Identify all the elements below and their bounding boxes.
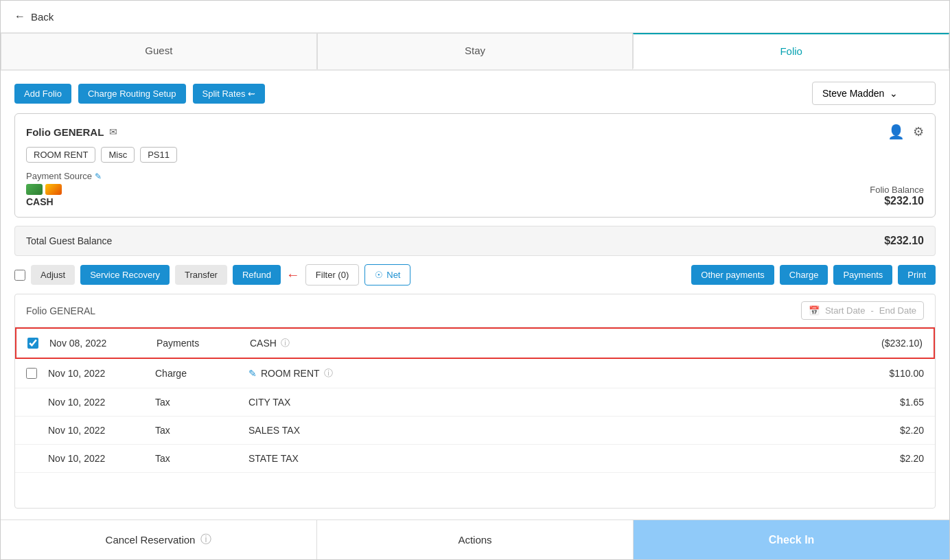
row-desc-2: CITY TAX (248, 397, 858, 408)
info-icon-1: ⓘ (324, 367, 333, 380)
folio-header: Folio GENERAL ✉ 👤 ⚙ (26, 124, 924, 140)
row-amount-1: $110.00 (869, 368, 924, 379)
table-row: Nov 10, 2022 Charge ✎ ROOM RENT ⓘ $110.0… (15, 359, 935, 388)
service-recovery-button[interactable]: Service Recovery (80, 265, 170, 285)
row-desc-4: STATE TAX (248, 453, 858, 464)
edit-icon-1[interactable]: ✎ (248, 368, 257, 379)
folio-table-header: Folio GENERAL 📅 Start Date - End Date (15, 294, 935, 327)
back-arrow-icon: ← (14, 10, 25, 23)
select-all-checkbox[interactable] (14, 270, 25, 281)
transfer-button[interactable]: Transfer (175, 265, 227, 285)
cash-label: CASH (26, 196, 102, 207)
folio-balance-label: Folio Balance (870, 185, 924, 195)
payment-source: Payment Source ✎ CASH (26, 171, 102, 207)
row-amount-4: $2.20 (869, 453, 924, 464)
row-desc-0: CASH ⓘ (250, 337, 857, 349)
row-checkbox-1[interactable] (26, 368, 37, 379)
row-type-1: Charge (155, 368, 238, 379)
edit-icon[interactable]: ✎ (95, 172, 102, 181)
payments-button[interactable]: Payments (833, 265, 892, 285)
add-folio-button[interactable]: Add Folio (14, 84, 71, 104)
date-separator: - (870, 305, 873, 316)
folio-title-row: Folio GENERAL ✉ (26, 126, 117, 138)
info-circle-icon: ⓘ (200, 533, 211, 547)
print-button[interactable]: Print (898, 265, 936, 285)
tab-guest[interactable]: Guest (1, 33, 317, 69)
total-guest-amount: $232.10 (884, 235, 924, 247)
row-date-2: Nov 10, 2022 (48, 397, 144, 408)
row-date-3: Nov 10, 2022 (48, 425, 144, 436)
arrow-red-icon: ← (286, 267, 300, 283)
check-in-button[interactable]: Check In (634, 520, 949, 559)
row-type-4: Tax (155, 453, 238, 464)
tab-folio[interactable]: Folio (633, 33, 949, 69)
bottom-bar: Cancel Reservation ⓘ Actions Check In (1, 520, 949, 559)
actions-button[interactable]: Actions (317, 520, 634, 559)
folio-card: Folio GENERAL ✉ 👤 ⚙ ROOM RENT Misc PS11 … (14, 113, 936, 218)
cancel-reservation-button[interactable]: Cancel Reservation ⓘ (1, 520, 317, 559)
share-icon: ⇜ (248, 89, 255, 99)
other-payments-button[interactable]: Other payments (691, 265, 774, 285)
folio-balance: Folio Balance $232.10 (870, 185, 924, 207)
table-row: Nov 10, 2022 Tax CITY TAX $1.65 (15, 388, 935, 417)
folio-table-title: Folio GENERAL (26, 305, 95, 316)
folio-balance-amount: $232.10 (870, 195, 924, 207)
table-row: Nov 10, 2022 Tax STATE TAX $2.20 (15, 445, 935, 473)
right-actions: Other payments Charge Payments Print (691, 265, 936, 285)
person-icon[interactable]: 👤 (888, 124, 905, 140)
charge-button[interactable]: Charge (780, 265, 829, 285)
charge-routing-button[interactable]: Charge Routing Setup (78, 84, 186, 104)
guest-name: Steve Madden (822, 88, 884, 99)
cash-icon-green (26, 184, 43, 195)
row-amount-2: $1.65 (869, 397, 924, 408)
guest-dropdown[interactable]: Steve Madden ⌄ (812, 82, 936, 105)
chevron-down-icon: ⌄ (890, 88, 898, 99)
table-row: Nov 10, 2022 Tax SALES TAX $2.20 (15, 417, 935, 445)
row-date-4: Nov 10, 2022 (48, 453, 144, 464)
split-rates-button[interactable]: Split Rates ⇜ (193, 84, 266, 104)
total-guest-label: Total Guest Balance (26, 235, 112, 246)
refund-button[interactable]: Refund (233, 265, 281, 285)
row-checkbox-0[interactable] (27, 338, 38, 349)
filter-button[interactable]: Filter (0) (305, 264, 359, 285)
envelope-icon: ✉ (109, 126, 117, 137)
net-button[interactable]: ☉ Net (364, 264, 410, 285)
settings-icon[interactable]: ⚙ (913, 124, 924, 139)
tag-row: ROOM RENT Misc PS11 (26, 147, 924, 163)
row-amount-0: ($232.10) (868, 338, 923, 349)
back-bar: ← Back (1, 1, 949, 33)
cash-icon-gold (45, 184, 62, 195)
row-desc-1: ✎ ROOM RENT ⓘ (248, 367, 858, 380)
tabs-row: Guest Stay Folio (1, 33, 949, 71)
end-date[interactable]: End Date (879, 305, 916, 316)
total-guest-row: Total Guest Balance $232.10 (14, 226, 936, 256)
back-label[interactable]: Back (31, 11, 54, 23)
row-desc-3: SALES TAX (248, 425, 858, 436)
toolbar-row: Add Folio Charge Routing Setup Split Rat… (14, 82, 936, 105)
folio-footer: Payment Source ✎ CASH Folio Balance $232… (26, 171, 924, 207)
date-range[interactable]: 📅 Start Date - End Date (801, 301, 924, 320)
folio-table: Folio GENERAL 📅 Start Date - End Date No… (14, 294, 936, 509)
payment-source-label: Payment Source ✎ (26, 171, 102, 181)
row-type-3: Tax (155, 425, 238, 436)
info-icon-0: ⓘ (281, 337, 290, 349)
start-date[interactable]: Start Date (825, 305, 866, 316)
tab-stay[interactable]: Stay (317, 33, 634, 69)
table-row: Nov 08, 2022 Payments CASH ⓘ ($232.10) (15, 327, 935, 359)
folio-icons: 👤 ⚙ (888, 124, 924, 140)
row-type-0: Payments (157, 338, 239, 349)
tag-room-rent[interactable]: ROOM RENT (26, 147, 95, 163)
net-icon: ☉ (375, 270, 383, 280)
main-content: Add Folio Charge Routing Setup Split Rat… (1, 71, 949, 520)
tag-ps11[interactable]: PS11 (140, 147, 177, 163)
calendar-icon: 📅 (809, 305, 820, 316)
adjust-button[interactable]: Adjust (31, 265, 75, 285)
cash-icons (26, 184, 102, 195)
row-date-1: Nov 10, 2022 (48, 368, 144, 379)
row-amount-3: $2.20 (869, 425, 924, 436)
tag-misc[interactable]: Misc (101, 147, 135, 163)
row-type-2: Tax (155, 397, 238, 408)
folio-title: Folio GENERAL (26, 126, 104, 138)
action-row: Adjust Service Recovery Transfer Refund … (14, 264, 936, 285)
row-date-0: Nov 08, 2022 (49, 338, 146, 349)
